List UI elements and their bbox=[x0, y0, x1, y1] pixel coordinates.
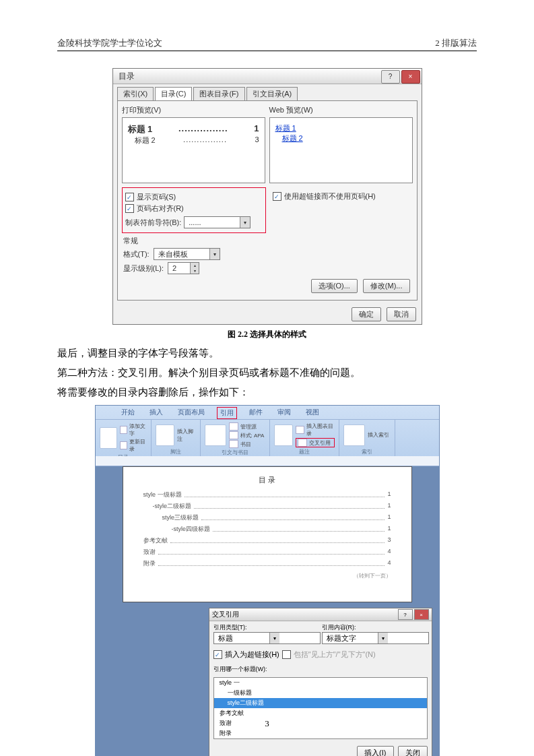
list-item[interactable]: 附录 bbox=[214, 728, 427, 738]
figure-caption-22: 图 2.2 选择具体的样式 bbox=[57, 329, 477, 340]
modify-button[interactable]: 修改(M)... bbox=[363, 279, 410, 293]
hyperlink-option: ✓使用超链接而不使用页码(H) bbox=[270, 187, 413, 233]
index-icon[interactable] bbox=[343, 424, 365, 446]
citation-icon[interactable] bbox=[205, 424, 226, 446]
insert-button[interactable]: 插入(I) bbox=[357, 746, 393, 756]
dialog-tabs: 索引(X) 目录(C) 图表目录(F) 引文目录(A) bbox=[113, 84, 422, 100]
ribbon-tab-review[interactable]: 审阅 bbox=[275, 407, 294, 419]
dialog-titlebar: 目录 ? × bbox=[113, 69, 422, 84]
word-ribbon: 开始 插入 页面布局 引用 邮件 审阅 视图 添加文字 更新目录 bbox=[96, 406, 439, 456]
toc-line: 附录4 bbox=[143, 559, 391, 568]
ribbon-tab-layout[interactable]: 页面布局 bbox=[175, 407, 207, 419]
web-preview-label: Web 预览(W) bbox=[269, 105, 413, 115]
close-icon[interactable]: × bbox=[401, 70, 420, 84]
toc-dialog: 目录 ? × 索引(X) 目录(C) 图表目录(F) 引文目录(A) 打印预览(… bbox=[112, 68, 422, 325]
subdlg-title: 交叉引用 bbox=[212, 610, 239, 619]
help-icon[interactable]: ? bbox=[381, 70, 400, 84]
general-label: 常规 bbox=[123, 236, 411, 246]
ribbon-tab-insert[interactable]: 插入 bbox=[147, 407, 166, 419]
footnote-icon[interactable] bbox=[156, 424, 174, 446]
doc-toc-title: 目 录 bbox=[143, 475, 391, 485]
print-preview-label: 打印预览(V) bbox=[122, 105, 265, 115]
toc-line: style三级标题1 bbox=[143, 513, 391, 522]
tab-index[interactable]: 索引(X) bbox=[117, 87, 154, 100]
tab-figures[interactable]: 图表目录(F) bbox=[193, 87, 244, 100]
ribbon-tab-view[interactable]: 视图 bbox=[303, 407, 322, 419]
hyperlink-checkbox[interactable]: ✓使用超链接而不使用页码(H) bbox=[273, 191, 410, 201]
cross-reference-button: 交叉引用 bbox=[296, 438, 334, 447]
header-right: 2 排版算法 bbox=[435, 37, 477, 49]
print-preview-box: 标题 11 标题 23 bbox=[122, 117, 265, 183]
levels-label: 显示级别(L): bbox=[123, 263, 164, 274]
ribbon-tab-home[interactable]: 开始 bbox=[119, 407, 137, 419]
tab-citations[interactable]: 引文目录(A) bbox=[246, 87, 298, 100]
toc-icon[interactable] bbox=[100, 427, 117, 449]
right-align-checkbox[interactable]: ✓页码右对齐(R) bbox=[125, 203, 263, 214]
ok-button[interactable]: 确定 bbox=[352, 307, 381, 321]
chevron-down-icon: ▾ bbox=[209, 249, 220, 259]
toc-line: 致谢4 bbox=[143, 548, 391, 557]
show-page-checkbox[interactable]: ✓显示页码(S) bbox=[125, 192, 263, 202]
leader-label: 制表符前导符(B): bbox=[125, 218, 182, 228]
insert-link-checkbox[interactable]: ✓插入为超链接(H) bbox=[213, 650, 279, 660]
dialog-title: 目录 bbox=[119, 69, 135, 84]
close-icon[interactable]: × bbox=[414, 609, 429, 620]
header-left: 金陵科技学院学士学位论文 bbox=[57, 37, 162, 49]
close-button[interactable]: 关闭 bbox=[398, 746, 428, 756]
paragraph-2: 第二种方法：交叉引用。解决个别目录页码或者标题不准确的问题。 bbox=[57, 364, 477, 381]
ruler bbox=[96, 456, 439, 466]
ribbon-tab-references[interactable]: 引用 bbox=[217, 407, 237, 419]
help-icon[interactable]: ? bbox=[398, 609, 413, 620]
cross-ref-dialog: 交叉引用 ? × 引用类型(T): 标题▾ 引用内容(R): 标题文字▾ bbox=[209, 608, 432, 756]
list-item[interactable]: style 一 bbox=[214, 678, 427, 688]
cancel-button[interactable]: 取消 bbox=[387, 307, 416, 321]
format-label: 格式(T): bbox=[123, 249, 149, 259]
levels-spinner[interactable]: 2▴▾ bbox=[168, 262, 199, 274]
tab-toc[interactable]: 目录(C) bbox=[155, 87, 192, 100]
include-above-checkbox: 包括"见上方"/"见下方"(N) bbox=[282, 650, 376, 660]
format-combo[interactable]: 来自模板▾ bbox=[154, 248, 220, 260]
page-number: 3 bbox=[0, 718, 534, 729]
toc-line: -style二级标题1 bbox=[143, 502, 391, 511]
heading-list[interactable]: style 一一级标题style二级标题参考文献致谢附录 bbox=[213, 677, 428, 739]
web-preview-box: 标题 1 标题 2 bbox=[269, 117, 413, 183]
toc-line: 参考文献3 bbox=[143, 536, 391, 545]
paragraph-1: 最后，调整目录的字体字号段落等。 bbox=[57, 344, 477, 362]
page-header: 金陵科技学院学士学位论文 2 排版算法 bbox=[57, 37, 477, 51]
ribbon-tab-mail[interactable]: 邮件 bbox=[246, 407, 265, 419]
list-item[interactable]: 参考文献 bbox=[214, 708, 427, 718]
cross-reference-figure: 开始 插入 页面布局 引用 邮件 审阅 视图 添加文字 更新目录 bbox=[95, 405, 440, 756]
ref-content-combo[interactable]: 标题文字▾ bbox=[322, 632, 429, 644]
caption-icon[interactable] bbox=[274, 424, 294, 446]
list-item[interactable]: 一级标题 bbox=[214, 688, 427, 698]
leader-combo[interactable]: ......▾ bbox=[184, 216, 251, 228]
options-button[interactable]: 选项(O)... bbox=[311, 279, 358, 293]
list-item[interactable]: style二级标题 bbox=[214, 698, 427, 708]
toc-line: -style四级标题1 bbox=[143, 525, 391, 534]
paragraph-3: 将需要修改的目录内容删除后，操作如下： bbox=[57, 383, 477, 401]
page-number-options: ✓显示页码(S) ✓页码右对齐(R) 制表符前导符(B): ......▾ bbox=[122, 187, 266, 233]
chevron-down-icon: ▾ bbox=[240, 217, 250, 228]
document-page: 目 录 style 一级标题1-style二级标题1style三级标题1-sty… bbox=[123, 466, 412, 602]
ref-type-combo[interactable]: 标题▾ bbox=[213, 632, 321, 644]
toc-line: style 一级标题1 bbox=[143, 491, 391, 499]
